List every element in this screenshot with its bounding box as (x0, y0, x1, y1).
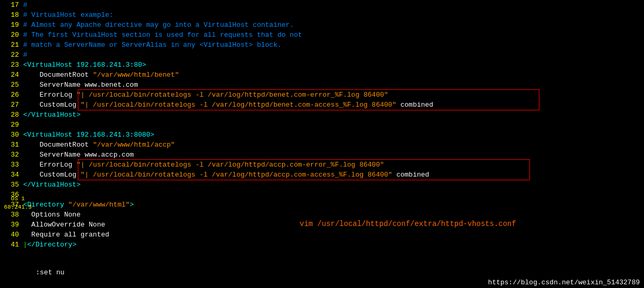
bottom-right-url: https://blog.csdn.net/weixin_51432789 (488, 279, 640, 286)
line-22: 22 # (0, 50, 644, 60)
bottom-bar: https://blog.csdn.net/weixin_51432789 (0, 276, 644, 288)
line-27: 27 CustomLog "| /usr/local/bin/rotatelog… (0, 100, 644, 110)
code-area: 17 # 18 # VirtualHost example: 19 # Almo… (0, 0, 644, 250)
line-29: 29 (0, 120, 644, 130)
line-40: 40 Require all granted (0, 230, 644, 240)
line-35: 35 </VirtualHost> (0, 180, 644, 190)
side-panel: OS 1 68.241.3 (0, 194, 36, 211)
line-36: 36 (0, 190, 644, 200)
side-ip: 68.241.3 (0, 203, 36, 211)
line-38: 38 Options None (0, 210, 644, 220)
line-31: 31 DocumentRoot "/var/www/html/accp" (0, 140, 644, 150)
line-23: 23 <VirtualHost 192.168.241.3:80> (0, 60, 644, 70)
line-33: 33 ErrorLog "| /usr/local/bin/rotatelogs… (0, 160, 644, 170)
line-28: 28 </VirtualHost> (0, 110, 644, 120)
editor-area: OS 1 68.241.3 17 # 18 # VirtualHost exam… (0, 0, 644, 288)
line-21: 21 # match a ServerName or ServerAlias i… (0, 40, 644, 50)
line-32: 32 ServerName www.accp.com (0, 150, 644, 160)
line-34: 34 CustomLog "| /usr/local/bin/rotatelog… (0, 170, 644, 180)
line-17: 17 # (0, 0, 644, 10)
line-24: 24 DocumentRoot "/var/www/html/benet" (0, 70, 644, 80)
vim-command: :set nu (36, 269, 65, 276)
line-19: 19 # Almost any Apache directive may go … (0, 20, 644, 30)
line-18: 18 # VirtualHost example: (0, 10, 644, 20)
line-20: 20 # The first VirtualHost section is us… (0, 30, 644, 40)
line-26: 26 ErrorLog "| /usr/local/bin/rotatelogs… (0, 90, 644, 100)
side-os: OS 1 (0, 194, 36, 203)
overlay-vim-command: vim /usr/local/httpd/conf/extra/httpd-vh… (300, 220, 516, 228)
line-37: 37 <Directory "/var/www/html"> (0, 200, 644, 210)
line-25: 25 ServerName www.benet.com (0, 80, 644, 90)
line-30: 30 <VirtualHost 192.168.241.3:8080> (0, 130, 644, 140)
line-41: 41 |</Directory> (0, 240, 644, 250)
